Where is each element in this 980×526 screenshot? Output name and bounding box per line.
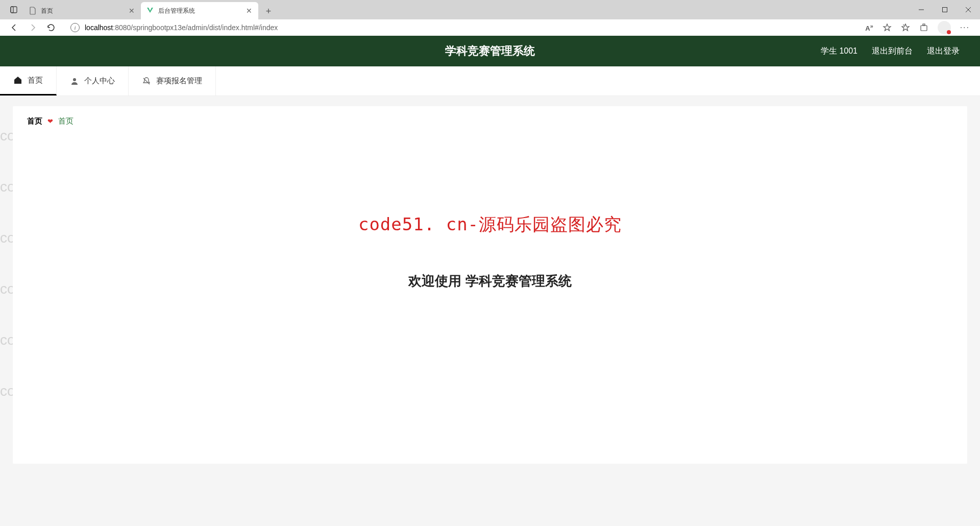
address-actions: A» ···	[865, 21, 975, 34]
tab-title: 首页	[41, 7, 128, 15]
tab-close-icon[interactable]: ✕	[128, 7, 136, 15]
header-right: 学生 1001 退出到前台 退出登录	[821, 46, 960, 57]
exit-to-front-link[interactable]: 退出到前台	[872, 46, 913, 57]
svg-point-9	[73, 78, 76, 81]
page-icon	[29, 7, 37, 15]
nav-tab-home[interactable]: 首页	[0, 66, 57, 95]
app-title: 学科竞赛管理系统	[445, 43, 535, 59]
content-card: 首页 ❤ 首页 code51. cn-源码乐园盗图必究 欢迎使用 学科竞赛管理系…	[13, 106, 967, 464]
svg-rect-1	[11, 7, 13, 13]
more-icon[interactable]: ···	[960, 23, 970, 32]
nav-label: 个人中心	[84, 76, 115, 86]
nav-tab-registration[interactable]: 赛项报名管理	[129, 66, 216, 95]
window-controls	[910, 0, 980, 19]
svg-rect-0	[11, 7, 17, 13]
content-wrap: 首页 ❤ 首页 code51. cn-源码乐园盗图必究 欢迎使用 学科竞赛管理系…	[0, 96, 980, 474]
refresh-button[interactable]	[42, 19, 60, 36]
read-aloud-icon[interactable]: A»	[865, 23, 873, 32]
user-label[interactable]: 学生 1001	[821, 46, 857, 57]
home-icon	[13, 76, 22, 85]
extensions-icon[interactable]	[919, 23, 928, 32]
minimize-button[interactable]	[910, 0, 933, 19]
welcome-text: 欢迎使用 学科竞赛管理系统	[27, 272, 953, 290]
svg-rect-8	[923, 24, 925, 26]
breadcrumb-root: 首页	[27, 116, 42, 126]
back-button[interactable]	[5, 19, 23, 36]
site-info-icon[interactable]: i	[70, 23, 80, 32]
forward-button[interactable]	[23, 19, 42, 36]
watermark-notice: code51. cn-源码乐园盗图必究	[27, 213, 953, 236]
collections-icon[interactable]	[901, 23, 910, 32]
profile-icon[interactable]	[938, 21, 951, 34]
browser-chrome: 首页 ✕ 后台管理系统 ✕ + i localhost:8080/springb…	[0, 0, 980, 36]
nav-tabs: 首页 个人中心 赛项报名管理	[0, 66, 980, 96]
breadcrumb-current[interactable]: 首页	[58, 116, 74, 126]
bell-icon	[142, 77, 151, 86]
browser-tab-1[interactable]: 后台管理系统 ✕	[141, 2, 258, 19]
svg-rect-3	[943, 8, 947, 12]
favorite-icon[interactable]	[883, 23, 892, 32]
browser-tab-0[interactable]: 首页 ✕	[23, 2, 141, 19]
tab-title: 后台管理系统	[158, 7, 245, 15]
new-tab-button[interactable]: +	[260, 3, 277, 19]
nav-label: 首页	[28, 76, 43, 85]
tab-actions-icon[interactable]	[4, 0, 23, 19]
address-bar: i localhost:8080/springbootpx13e/admin/d…	[0, 19, 980, 36]
nav-label: 赛项报名管理	[156, 76, 202, 86]
user-icon	[70, 77, 79, 86]
heart-icon: ❤	[47, 117, 53, 125]
url-text: localhost:8080/springbootpx13e/admin/dis…	[85, 23, 278, 32]
maximize-button[interactable]	[933, 0, 957, 19]
app-header: 学科竞赛管理系统 学生 1001 退出到前台 退出登录	[0, 36, 980, 66]
url-input[interactable]: i localhost:8080/springbootpx13e/admin/d…	[64, 20, 861, 35]
tab-bar: 首页 ✕ 后台管理系统 ✕ +	[0, 0, 980, 19]
nav-tab-profile[interactable]: 个人中心	[57, 66, 129, 95]
vue-icon	[146, 7, 154, 15]
close-button[interactable]	[957, 0, 980, 19]
breadcrumb: 首页 ❤ 首页	[27, 116, 953, 126]
svg-rect-7	[921, 26, 927, 31]
tab-close-icon[interactable]: ✕	[245, 7, 253, 15]
logout-link[interactable]: 退出登录	[927, 46, 960, 57]
